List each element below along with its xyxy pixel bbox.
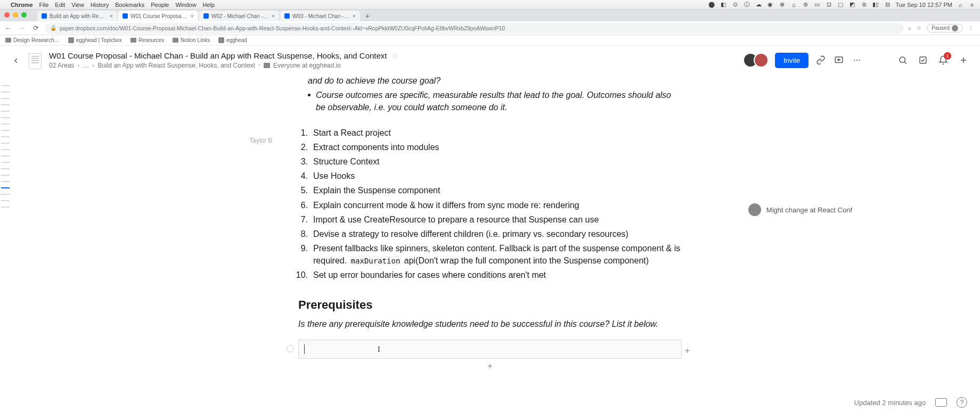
menu-edit[interactable]: Edit [55, 2, 65, 8]
bookmark-item[interactable]: egghead | Topicbox [68, 37, 122, 43]
status-icon[interactable]: ⊚ [802, 1, 809, 9]
nav-forward-button[interactable]: → [17, 23, 27, 33]
list-item[interactable]: 3.Structure Context [295, 155, 682, 168]
app-name[interactable]: Chrome [11, 2, 33, 8]
keyboard-shortcuts-icon[interactable] [935, 398, 947, 407]
prerequisites-input[interactable]: I + [298, 340, 682, 359]
presence-avatars[interactable] [747, 53, 769, 68]
profile-avatar-icon [952, 25, 958, 31]
intro-text[interactable]: and do to achieve the course goal? [308, 75, 440, 87]
menu-view[interactable]: View [71, 2, 84, 8]
wifi-icon[interactable]: ⊜ [860, 1, 868, 9]
search-icon[interactable] [897, 54, 909, 66]
add-row-icon[interactable]: + [298, 360, 682, 372]
list-item[interactable]: 7.Import & use CreateResource to prepare… [295, 213, 682, 226]
notifications-icon[interactable]: 1 [937, 54, 949, 66]
browser-tab[interactable]: W03 - Michael Chan - Build …× [280, 11, 360, 21]
star-icon[interactable]: ☆ [917, 25, 921, 31]
list-item[interactable]: 2.Extract components into modules [295, 141, 682, 153]
menu-bookmarks[interactable]: Bookmarks [115, 2, 144, 8]
window-controls [4, 12, 27, 18]
add-column-icon[interactable]: + [685, 344, 690, 357]
new-tab-button[interactable]: + [361, 11, 374, 21]
menu-help[interactable]: Help [203, 2, 215, 8]
list-item[interactable]: 9.Present fallbacks like spinners, skele… [295, 242, 682, 267]
status-icon[interactable]: ▢ [837, 1, 844, 9]
window-minimize-icon[interactable] [13, 12, 18, 18]
bookmark-item[interactable]: egghead [218, 37, 247, 43]
list-item[interactable]: 5.Explain the Suspense component [295, 184, 682, 196]
tasks-icon[interactable] [917, 54, 929, 66]
share-scope[interactable]: Everyone at egghead.io [273, 62, 341, 69]
menubar-clock[interactable]: Tue Sep 10 12:57 PM [895, 2, 952, 8]
intro-bullet-text[interactable]: Course outcomes are specific, measurable… [316, 89, 682, 113]
menu-history[interactable]: History [91, 2, 109, 8]
chrome-menu-icon[interactable]: ⋮ [968, 25, 974, 31]
status-icon[interactable]: ⊡ [825, 1, 832, 9]
attribution-tag[interactable]: Taylor B [249, 136, 272, 145]
favorite-star-icon[interactable]: ☆ [391, 52, 398, 60]
document-title[interactable]: W01 Course Proposal - Michael Chan - Bui… [49, 51, 398, 60]
breadcrumb-leaf[interactable]: Build an App with React Suspense, Hooks,… [97, 62, 255, 69]
profile-paused-chip[interactable]: Paused [927, 24, 963, 32]
list-item[interactable]: 4.Use Hooks [295, 170, 682, 182]
nav-back-button[interactable]: ← [3, 23, 13, 33]
list-item[interactable]: 8.Devise a strategy to resolve different… [295, 228, 682, 240]
browser-tab-active[interactable]: W01 Course Proposal - Mich…× [118, 11, 198, 21]
menu-file[interactable]: File [39, 2, 49, 8]
outcomes-list[interactable]: 1.Start a React project2.Extract compone… [295, 127, 682, 282]
more-menu-icon[interactable] [851, 54, 863, 66]
list-number: 1. [295, 127, 308, 139]
status-icon[interactable]: ⬤ [708, 1, 715, 9]
nav-reload-button[interactable]: ⟳ [31, 23, 40, 33]
present-icon[interactable] [833, 54, 845, 66]
tab-close-icon[interactable]: × [191, 13, 194, 19]
menu-people[interactable]: People [151, 2, 169, 8]
menu-icon[interactable]: ≡ [968, 1, 976, 9]
section-heading-prerequisites[interactable]: Prerequisites [298, 296, 682, 314]
copy-link-icon[interactable] [815, 54, 827, 66]
zoom-icon[interactable]: ⌕ [908, 25, 911, 31]
new-doc-icon[interactable] [958, 54, 969, 66]
breadcrumb-more[interactable]: … [83, 62, 89, 69]
window-zoom-icon[interactable] [21, 12, 27, 18]
help-icon[interactable]: ? [957, 397, 967, 408]
section-description[interactable]: Is there any prerequisite knowledge stud… [298, 318, 682, 330]
list-item[interactable]: 1.Start a React project [295, 127, 682, 139]
back-button[interactable] [11, 55, 21, 66]
status-icon[interactable]: ⊙ [731, 1, 739, 9]
status-icon[interactable]: ⊟ [884, 1, 891, 9]
invite-button[interactable]: Invite [775, 53, 808, 68]
bookmark-item[interactable]: Design Research… [5, 37, 60, 43]
spotlight-icon[interactable]: ⌕ [957, 1, 964, 9]
window-close-icon[interactable] [4, 12, 10, 18]
status-icon[interactable]: ◧ [720, 1, 727, 9]
browser-tab[interactable]: W02 - Michael Chan - Build …× [199, 11, 279, 21]
battery-icon[interactable]: ▮▯ [872, 1, 879, 9]
bookmark-item[interactable]: Resources [130, 37, 164, 43]
status-icon[interactable]: ◉ [766, 1, 774, 9]
favicon-icon [42, 13, 47, 19]
status-icon[interactable]: ⌂ [790, 1, 797, 9]
status-icon[interactable]: ☁ [755, 1, 762, 9]
list-number: 5. [295, 184, 308, 196]
paper-header: W01 Course Proposal - Michael Chan - Bui… [0, 46, 980, 75]
tab-close-icon[interactable]: × [110, 13, 113, 19]
status-icon[interactable]: ⓘ [743, 1, 750, 9]
status-icon[interactable]: ▭ [813, 1, 821, 9]
menu-window[interactable]: Window [175, 2, 196, 8]
block-handle-icon[interactable] [287, 345, 294, 352]
status-icon[interactable]: ⊕ [778, 1, 786, 9]
page-minimap[interactable] [0, 85, 11, 208]
bookmark-item[interactable]: Notion Links [173, 37, 210, 43]
browser-tab[interactable]: Build an App with React Susp…× [37, 11, 117, 21]
breadcrumb-root[interactable]: 02 Areas [49, 62, 74, 69]
list-item[interactable]: 10.Set up error boundaries for cases whe… [295, 269, 682, 281]
inline-comment[interactable]: Might change at React Conf [748, 203, 852, 216]
tab-close-icon[interactable]: × [353, 13, 356, 19]
address-bar[interactable]: 🔒 paper.dropbox.com/doc/W01-Course-Propo… [45, 23, 904, 34]
tab-close-icon[interactable]: × [272, 13, 275, 19]
status-icon[interactable]: ◩ [848, 1, 856, 9]
list-number: 9. [295, 242, 308, 254]
list-item[interactable]: 6.Explain concurrent mode & how it diffe… [295, 199, 682, 211]
